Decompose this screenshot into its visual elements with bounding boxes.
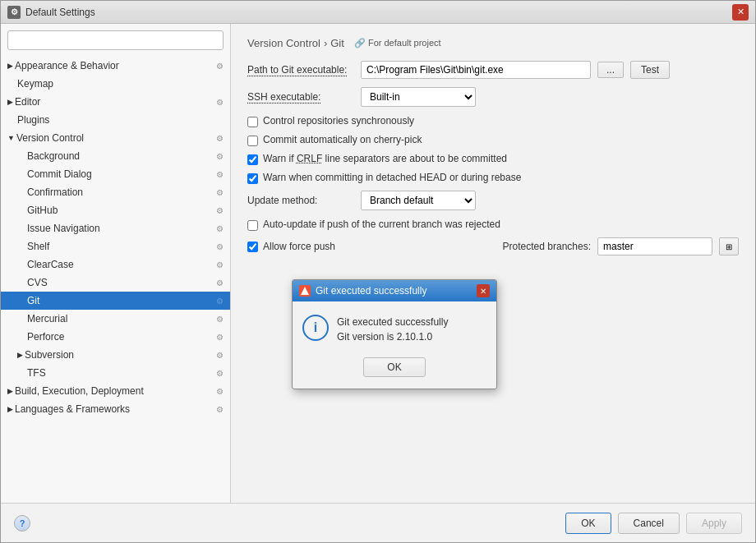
sidebar-item-subversion[interactable]: ▶ Subversion ⚙ xyxy=(1,346,230,364)
sidebar-item-confirmation[interactable]: Confirmation ⚙ xyxy=(1,183,230,201)
git-path-input[interactable] xyxy=(361,61,591,79)
sidebar-item-git[interactable]: Git ⚙ xyxy=(1,292,230,310)
sidebar-item-label: GitHub xyxy=(27,205,58,216)
ssh-label: SSH executable: xyxy=(247,91,354,103)
sidebar-item-appearance[interactable]: ▶ Appearance & Behavior ⚙ xyxy=(1,57,230,75)
sidebar-item-commit-dialog[interactable]: Commit Dialog ⚙ xyxy=(1,165,230,183)
sidebar-item-plugins[interactable]: Plugins xyxy=(1,111,230,129)
warn-detached-row: Warn when committing in detached HEAD or… xyxy=(247,172,739,184)
sidebar-item-background[interactable]: Background ⚙ xyxy=(1,147,230,165)
gear-icon: ⚙ xyxy=(216,369,224,378)
protected-label: Protected branches: xyxy=(503,241,591,252)
gear-icon: ⚙ xyxy=(216,260,224,269)
sidebar-item-version-control[interactable]: ▼ Version Control ⚙ xyxy=(1,129,230,147)
gear-icon: ⚙ xyxy=(216,405,224,414)
dialog-body: i Git executed successfully Git version … xyxy=(293,301,496,357)
warn-crlf-checkbox[interactable] xyxy=(247,154,258,165)
protected-input[interactable] xyxy=(597,237,712,255)
ssh-select[interactable]: Built-in Native xyxy=(361,87,476,107)
commit-cherry-row: Commit automatically on cherry-pick xyxy=(247,134,739,146)
dialog-ok-button[interactable]: OK xyxy=(363,357,425,377)
title-bar: ⚙ Default Settings ✕ xyxy=(1,1,755,24)
gear-icon: ⚙ xyxy=(216,351,224,360)
ssh-row: SSH executable: Built-in Native xyxy=(247,87,739,107)
sidebar-item-label: TFS xyxy=(27,367,46,379)
sidebar-item-editor[interactable]: ▶ Editor ⚙ xyxy=(1,93,230,111)
chevron-right-icon: ▶ xyxy=(7,62,13,70)
warn-crlf-label: Warn if CRLF line separators are about t… xyxy=(263,153,507,164)
gear-icon: ⚙ xyxy=(216,333,224,342)
footer-left: ? xyxy=(14,515,565,531)
sidebar-item-cvs[interactable]: CVS ⚙ xyxy=(1,274,230,292)
gear-icon: ⚙ xyxy=(216,62,224,71)
footer-right: OK Cancel Apply xyxy=(565,513,742,534)
main-panel: Version Control › Git 🔗 For default proj… xyxy=(231,24,755,503)
test-button[interactable]: Test xyxy=(630,61,670,79)
control-repos-checkbox[interactable] xyxy=(247,117,258,127)
sidebar-item-build[interactable]: ▶ Build, Execution, Deployment ⚙ xyxy=(1,382,230,400)
control-repos-label: Control repositories synchronously xyxy=(263,115,414,127)
close-button[interactable]: ✕ xyxy=(732,4,749,21)
update-select[interactable]: Branch default Merge Rebase xyxy=(361,191,476,210)
auto-update-checkbox[interactable] xyxy=(247,220,258,231)
dialog-close-button[interactable]: ✕ xyxy=(477,284,490,297)
help-button[interactable]: ? xyxy=(14,515,30,531)
git-path-row: Path to Git executable: ... Test xyxy=(247,61,739,79)
sidebar-item-label: Perforce xyxy=(27,331,64,343)
main-window: ⚙ Default Settings ✕ ▶ Appearance & Beha… xyxy=(0,0,756,543)
warn-detached-checkbox[interactable] xyxy=(247,173,258,184)
breadcrumb-link[interactable]: 🔗 For default project xyxy=(354,38,441,48)
allow-force-label: Allow force push xyxy=(263,241,335,252)
sidebar-item-github[interactable]: GitHub ⚙ xyxy=(1,201,230,219)
sidebar-item-label: Commit Dialog xyxy=(27,168,92,180)
control-repos-row: Control repositories synchronously xyxy=(247,115,739,127)
commit-cherry-checkbox[interactable] xyxy=(247,136,258,146)
sidebar-item-shelf[interactable]: Shelf ⚙ xyxy=(1,237,230,255)
crlf-abbr: CRLF xyxy=(297,153,322,164)
protected-branches-section: Protected branches: ⊞ xyxy=(503,237,739,255)
gear-icon: ⚙ xyxy=(216,278,224,288)
sidebar-item-label: Plugins xyxy=(17,114,49,126)
dialog-message: Git executed successfully Git version is… xyxy=(337,315,448,344)
force-push-row: Allow force push Protected branches: ⊞ xyxy=(247,237,739,255)
sidebar-item-label: Confirmation xyxy=(27,186,83,198)
auto-update-row: Auto-update if push of the current branc… xyxy=(247,219,739,231)
sidebar-item-perforce[interactable]: Perforce ⚙ xyxy=(1,328,230,346)
sidebar-item-label: Keymap xyxy=(17,78,53,90)
gear-icon: ⚙ xyxy=(216,170,224,179)
ok-button[interactable]: OK xyxy=(565,513,611,534)
dialog-footer: OK xyxy=(293,357,496,389)
git-success-dialog: Git executed successfully ✕ i Git execut… xyxy=(292,279,497,389)
dialog-git-icon xyxy=(299,285,311,297)
protected-edit-button[interactable]: ⊞ xyxy=(719,237,739,255)
browse-button[interactable]: ... xyxy=(597,62,624,78)
sidebar-item-languages[interactable]: ▶ Languages & Frameworks ⚙ xyxy=(1,400,230,418)
footer: ? OK Cancel Apply xyxy=(1,503,755,542)
sidebar-item-label: Version Control xyxy=(16,132,84,144)
gear-icon: ⚙ xyxy=(216,188,224,197)
warn-crlf-row: Warn if CRLF line separators are about t… xyxy=(247,153,739,165)
apply-button[interactable]: Apply xyxy=(686,513,742,534)
chevron-down-icon: ▼ xyxy=(7,134,15,142)
force-push-section: Allow force push xyxy=(247,241,503,252)
search-input[interactable] xyxy=(7,30,224,50)
gear-icon: ⚙ xyxy=(216,315,224,324)
sidebar-item-keymap[interactable]: Keymap xyxy=(1,75,230,93)
dialog-title-bar: Git executed successfully ✕ xyxy=(293,280,496,301)
chevron-right-icon: ▶ xyxy=(17,351,23,359)
sidebar-item-mercurial[interactable]: Mercurial ⚙ xyxy=(1,310,230,328)
sidebar-item-clearcase[interactable]: ClearCase ⚙ xyxy=(1,255,230,274)
allow-force-checkbox[interactable] xyxy=(247,242,258,252)
update-label: Update method: xyxy=(247,195,354,206)
path-label: Path to Git executable: xyxy=(247,64,354,76)
auto-update-label: Auto-update if push of the current branc… xyxy=(263,219,500,230)
sidebar-item-label: ClearCase xyxy=(27,259,74,270)
sidebar-item-issue-navigation[interactable]: Issue Navigation ⚙ xyxy=(1,219,230,237)
gear-icon: ⚙ xyxy=(216,242,224,251)
sidebar-item-tfs[interactable]: TFS ⚙ xyxy=(1,364,230,382)
dialog-title: Git executed successfully xyxy=(316,285,477,297)
chevron-right-icon: ▶ xyxy=(7,405,13,413)
update-method-row: Update method: Branch default Merge Reba… xyxy=(247,191,739,210)
cancel-button[interactable]: Cancel xyxy=(618,513,680,534)
sidebar-item-label: Issue Navigation xyxy=(27,223,100,234)
